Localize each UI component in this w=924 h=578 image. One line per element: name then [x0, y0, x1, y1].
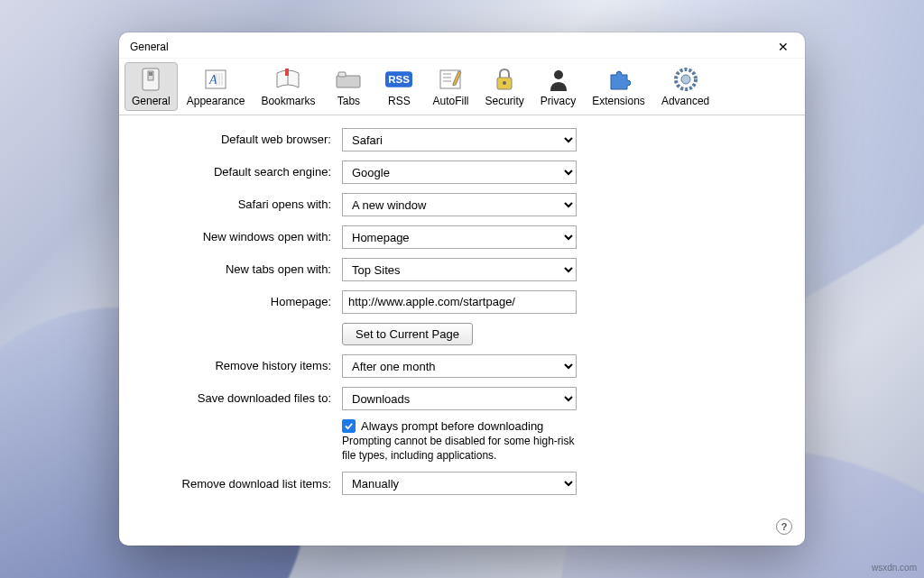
select-save-downloads[interactable]: Downloads	[342, 387, 577, 410]
svg-point-18	[503, 81, 506, 85]
svg-point-21	[681, 75, 690, 84]
label-homepage: Homepage:	[139, 295, 342, 308]
settings-content: Default web browser: Safari Default sear…	[119, 115, 805, 546]
svg-rect-2	[149, 72, 152, 76]
person-icon	[545, 66, 572, 93]
puzzle-icon	[605, 66, 633, 93]
appearance-icon: A	[202, 66, 229, 93]
pencil-form-icon	[437, 66, 464, 93]
checkbox-always-prompt[interactable]	[342, 419, 356, 433]
window-title: General	[130, 41, 772, 53]
titlebar: General ✕	[119, 32, 805, 59]
svg-point-19	[554, 70, 563, 79]
select-default-browser[interactable]: Safari	[342, 128, 577, 151]
gear-icon	[672, 66, 699, 93]
svg-rect-8	[285, 69, 289, 76]
preferences-window: General ✕ General A Appearance Bookmarks	[119, 32, 805, 546]
tabs-icon	[335, 66, 362, 93]
label-opens-with: Safari opens with:	[139, 197, 342, 211]
book-icon	[274, 66, 301, 93]
toolbar: General A Appearance Bookmarks Tabs RSS …	[119, 59, 805, 115]
prompt-note: Prompting cannot be disabled for some hi…	[342, 435, 577, 463]
svg-rect-9	[337, 76, 360, 87]
label-default-browser: Default web browser:	[139, 133, 342, 146]
set-current-page-button[interactable]: Set to Current Page	[342, 323, 473, 345]
label-new-windows: New windows open with:	[139, 230, 342, 243]
tab-privacy[interactable]: Privacy	[533, 62, 583, 111]
tab-advanced[interactable]: Advanced	[654, 62, 716, 111]
tab-bookmarks[interactable]: Bookmarks	[254, 62, 322, 111]
select-new-tabs[interactable]: Top Sites	[342, 258, 577, 281]
label-always-prompt: Always prompt before downloading	[361, 419, 543, 433]
tab-autofill[interactable]: AutoFill	[425, 62, 476, 111]
input-homepage[interactable]	[342, 290, 577, 314]
svg-text:RSS: RSS	[389, 74, 411, 85]
select-default-search[interactable]: Google	[342, 161, 577, 184]
select-remove-history[interactable]: After one month	[342, 354, 577, 378]
rss-icon: RSS	[385, 66, 412, 93]
label-new-tabs: New tabs open with:	[139, 262, 342, 276]
lock-icon	[491, 66, 518, 93]
label-default-search: Default search engine:	[139, 165, 342, 179]
select-opens-with[interactable]: A new window	[342, 193, 577, 216]
select-new-windows[interactable]: Homepage	[342, 225, 577, 249]
tab-security[interactable]: Security	[477, 62, 531, 111]
tab-extensions[interactable]: Extensions	[585, 62, 652, 111]
tab-appearance[interactable]: A Appearance	[180, 62, 253, 111]
svg-rect-10	[338, 72, 346, 77]
watermark: wsxdn.com	[872, 563, 917, 573]
select-remove-downloads[interactable]: Manually	[342, 472, 577, 495]
help-button[interactable]: ?	[776, 518, 792, 535]
switch-icon	[137, 66, 164, 93]
close-button[interactable]: ✕	[772, 38, 794, 56]
label-remove-downloads: Remove download list items:	[139, 477, 342, 491]
tab-rss[interactable]: RSS RSS	[374, 62, 423, 111]
label-remove-history: Remove history items:	[139, 359, 342, 372]
check-icon	[344, 421, 354, 431]
tab-tabs[interactable]: Tabs	[324, 62, 373, 111]
tab-general[interactable]: General	[125, 62, 178, 111]
label-save-downloads: Save downloaded files to:	[139, 391, 342, 405]
